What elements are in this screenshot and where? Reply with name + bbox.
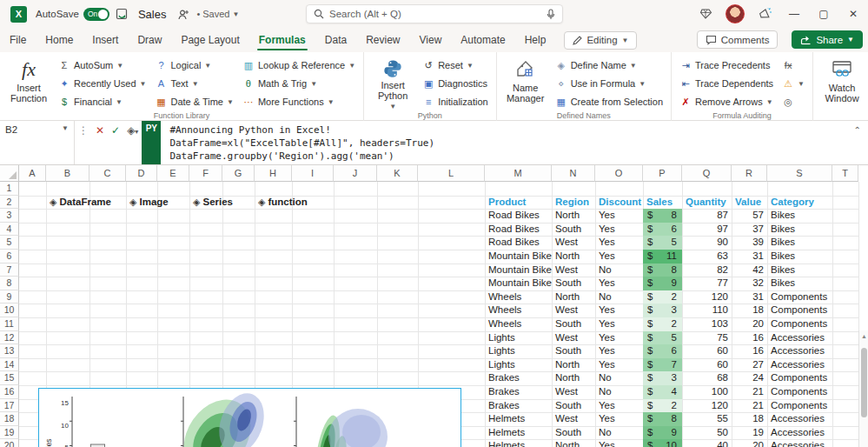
tab-formulas[interactable]: Formulas — [249, 28, 315, 52]
row-header-7[interactable]: 7 — [0, 264, 19, 277]
column-header-I[interactable]: I — [292, 165, 334, 182]
use-in-formula-button[interactable]: ⋄Use in Formula▼ — [553, 76, 666, 91]
trace-dependents-button[interactable]: ⇤Trace Dependents — [677, 76, 776, 91]
excel-app-icon[interactable]: X — [10, 6, 27, 23]
financial-button[interactable]: $Financial▼ — [56, 94, 149, 110]
tab-view[interactable]: View — [410, 28, 452, 52]
diagnostics-button[interactable]: ▣Diagnostics — [420, 76, 490, 91]
initialization-button[interactable]: ≡Initialization — [420, 94, 490, 110]
column-header-K[interactable]: K — [377, 165, 418, 182]
row-header-6[interactable]: 6 — [0, 250, 19, 264]
column-header-A[interactable]: A — [19, 165, 46, 182]
column-header-F[interactable]: F — [189, 165, 222, 182]
scrollbar-thumb[interactable] — [861, 348, 867, 417]
row-header-11[interactable]: 11 — [0, 317, 19, 331]
tab-review[interactable]: Review — [356, 28, 409, 52]
row-header-8[interactable]: 8 — [0, 277, 19, 290]
insert-python-button[interactable]: Insert Python▼ — [369, 56, 416, 110]
python-object-chip-image[interactable]: ◈Image — [129, 196, 169, 210]
column-header-B[interactable]: B — [46, 165, 89, 182]
row-header-15[interactable]: 15 — [0, 371, 19, 385]
vertical-scrollbar[interactable]: ▲ ▼ — [858, 330, 868, 447]
column-header-C[interactable]: C — [89, 165, 126, 182]
column-header-Q[interactable]: Q — [682, 165, 732, 182]
saved-status[interactable]: • Saved ▼ — [196, 9, 239, 19]
column-header-P[interactable]: P — [643, 165, 682, 182]
recently-used-button[interactable]: ✦Recently Used▼ — [56, 76, 149, 91]
document-title[interactable]: Sales — [138, 8, 167, 21]
more-functions-button[interactable]: ⋯More Functions▼ — [240, 94, 358, 110]
row-header-18[interactable]: 18 — [0, 412, 19, 426]
python-object-icon[interactable]: ◈▾ — [127, 124, 138, 137]
share-button[interactable]: Share ▼ — [792, 30, 863, 49]
column-header-H[interactable]: H — [255, 165, 292, 182]
python-object-chip-series[interactable]: ◈Series — [193, 196, 233, 210]
row-header-3[interactable]: 3 — [0, 209, 19, 223]
pairplot-chart-object[interactable]: SalesQuantity15105015010050CategoryBikes… — [38, 388, 461, 447]
tab-help[interactable]: Help — [515, 28, 556, 52]
row-header-1[interactable]: 1 — [0, 182, 19, 196]
premium-gem-icon[interactable] — [691, 0, 720, 28]
column-header-J[interactable]: J — [334, 165, 377, 182]
row-header-5[interactable]: 5 — [0, 236, 19, 250]
autosave-toggle[interactable]: On — [83, 8, 109, 21]
more-options-dots-icon[interactable]: ⋮ — [78, 124, 89, 137]
row-header-2[interactable]: 2 — [0, 196, 19, 210]
column-header-R[interactable]: R — [732, 165, 767, 182]
tab-insert[interactable]: Insert — [83, 28, 128, 52]
evalformula-button[interactable]: ◎ — [779, 94, 807, 110]
save-icon[interactable] — [116, 8, 129, 21]
scroll-up-icon[interactable]: ▲ — [859, 333, 868, 339]
tab-data[interactable]: Data — [315, 28, 356, 52]
autosum-button[interactable]: ΣAutoSum▼ — [56, 57, 149, 73]
row-header-19[interactable]: 19 — [0, 426, 19, 440]
python-object-chip-dataframe[interactable]: ◈DataFrame — [50, 196, 111, 210]
column-header-D[interactable]: D — [126, 165, 157, 182]
row-header-17[interactable]: 17 — [0, 399, 19, 413]
column-header-N[interactable]: N — [552, 165, 595, 182]
define-name-button[interactable]: ◈Define Name▼ — [553, 57, 666, 73]
minimize-button[interactable]: — — [779, 0, 809, 28]
editing-mode-button[interactable]: Editing ▼ — [564, 31, 637, 50]
tab-file[interactable]: File — [0, 28, 36, 52]
remove-arrows-button[interactable]: ✗Remove Arrows▼ — [677, 94, 776, 110]
showformulas-button[interactable]: fx — [779, 57, 807, 73]
row-header-10[interactable]: 10 — [0, 304, 19, 317]
name-manager-button[interactable]: Name Manager — [502, 56, 549, 110]
python-object-chip-function[interactable]: ◈function — [258, 196, 308, 210]
logical-button[interactable]: ?Logical▼ — [152, 57, 235, 73]
column-header-G[interactable]: G — [222, 165, 255, 182]
column-header-L[interactable]: L — [418, 165, 485, 182]
share-people-icon[interactable] — [177, 9, 190, 20]
lookup-reference-button[interactable]: ▥Lookup & Reference▼ — [240, 57, 358, 73]
search-input[interactable]: Search (Alt + Q) — [306, 4, 563, 23]
comments-button[interactable]: Comments — [697, 30, 779, 49]
cancel-entry-icon[interactable]: ✕ — [96, 124, 104, 137]
collapse-formula-bar-icon[interactable]: ⌃ — [854, 125, 861, 135]
insert-function-button[interactable]: fxInsert Function — [5, 56, 52, 110]
column-header-O[interactable]: O — [595, 165, 643, 182]
reset-button[interactable]: ↺Reset▼ — [420, 57, 490, 73]
math-trig-button[interactable]: θMath & Trig▼ — [240, 76, 358, 91]
column-header-M[interactable]: M — [485, 165, 552, 182]
column-header-T[interactable]: T — [832, 165, 858, 182]
tab-page-layout[interactable]: Page Layout — [171, 28, 248, 52]
column-header-E[interactable]: E — [157, 165, 189, 182]
create-from-selection-button[interactable]: ▦Create from Selection — [553, 94, 666, 110]
watch-window-button[interactable]: Watch Window — [818, 56, 865, 110]
row-header-16[interactable]: 16 — [0, 385, 19, 399]
close-button[interactable]: ✕ — [838, 0, 868, 28]
row-header-14[interactable]: 14 — [0, 358, 19, 372]
row-header-13[interactable]: 13 — [0, 344, 19, 358]
confirm-entry-icon[interactable]: ✓ — [111, 124, 120, 137]
tab-draw[interactable]: Draw — [128, 28, 171, 52]
row-header-20[interactable]: 20 — [0, 439, 19, 447]
select-all-corner[interactable] — [0, 165, 19, 182]
tab-automate[interactable]: Automate — [451, 28, 514, 52]
trace-precedents-button[interactable]: ⇥Trace Precedents — [677, 57, 776, 73]
name-box[interactable]: B2▼ — [0, 121, 75, 164]
formula-code-editor[interactable]: #Announcing Python in Excel! DataFrame=x… — [161, 121, 868, 164]
row-header-4[interactable]: 4 — [0, 223, 19, 237]
spreadsheet-grid[interactable]: ABCDEFGHIJKLMNOPQRST12345678910111213141… — [0, 165, 868, 447]
tab-home[interactable]: Home — [36, 28, 83, 52]
